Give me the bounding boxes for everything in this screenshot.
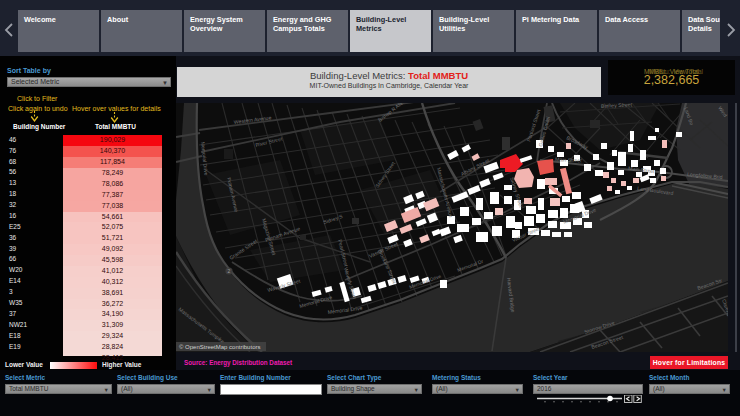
svg-text:© OpenStreetMap contributors: © OpenStreetMap contributors [179, 344, 260, 350]
svg-text:2: 2 [228, 268, 231, 274]
